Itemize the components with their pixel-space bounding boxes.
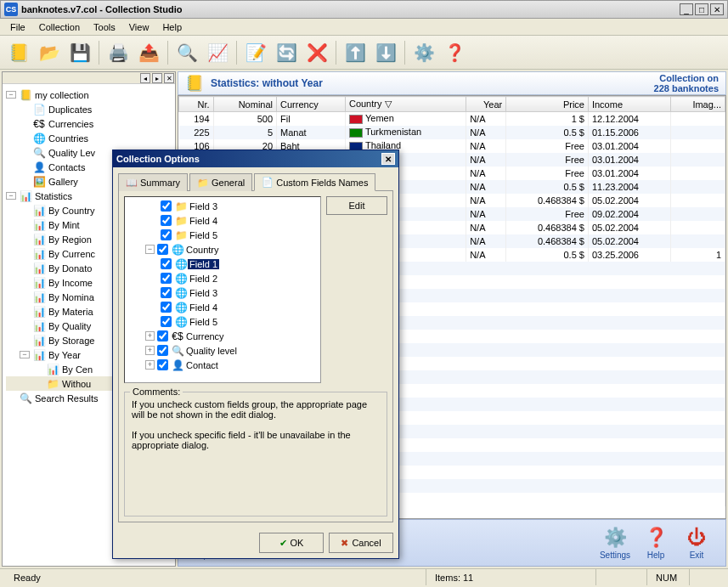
field-checkbox[interactable] [161,302,172,313]
field-checkbox[interactable] [161,215,172,226]
maximize-button[interactable]: □ [695,3,708,15]
folder-icon: 📁 [174,229,188,241]
field-node[interactable]: 📁Field 5 [127,228,319,242]
country-group[interactable]: −🌐Country [127,242,319,257]
folder-icon: 📁 [197,178,209,189]
toolbar-settings-icon[interactable]: ⚙️ [410,39,437,66]
column-header[interactable]: Country ▽ [345,97,466,112]
group-icon: 👤 [171,359,184,371]
column-header[interactable]: Currency [277,97,346,112]
cancel-button[interactable]: ✖Cancel [329,533,393,553]
node-icon: 🌐 [32,132,46,145]
menubar: File Collection Tools View Help [0,19,728,36]
table-row[interactable]: 2255Manat TurkmenistanN/A0.5 $ 01.15.200… [179,126,725,139]
field-checkbox[interactable] [161,316,172,327]
minimize-button[interactable]: _ [680,3,693,15]
field-node[interactable]: 📁Field 4 [127,213,319,228]
gear-icon: ⚙️ [604,527,627,549]
field-node[interactable]: 🌐Field 2 [127,271,319,285]
edit-button[interactable]: Edit [326,196,387,215]
gallery-icon: 🖼️ [32,175,46,189]
group-node[interactable]: +👤Contact [127,358,319,372]
field-node[interactable]: 📁Field 3 [127,199,319,213]
tree-scroll-left-icon[interactable]: ◂ [140,73,150,83]
node-icon: 📄 [32,103,46,116]
globe-icon: 🌐 [174,302,188,313]
chart-icon: 📊 [32,291,46,304]
toolbar-open-icon[interactable]: 📂 [36,39,63,66]
group-checkbox[interactable] [157,330,168,341]
field-checkbox[interactable] [161,258,172,269]
toolbar-save-icon[interactable]: 💾 [66,39,93,66]
status-items: Items: 11 [426,569,595,585]
toolbar: 📒 📂 💾 🖨️ 📤 🔍 📈 📝 🔄 ❌ ⬆️ ⬇️ ⚙️ ❓ [0,36,728,70]
field-checkbox[interactable] [161,200,172,212]
toolbar-up-icon[interactable]: ⬆️ [341,39,369,66]
tab-summary[interactable]: 📖Summary [118,173,188,191]
group-checkbox[interactable] [157,244,168,255]
field-node[interactable]: 🌐Field 3 [127,285,319,300]
stats-icon: 📊 [19,189,32,203]
dialog-title: Collection Options [116,154,381,164]
comment-text-1: If you uncheck custom fields group, the … [132,399,380,420]
column-header[interactable]: Year [466,97,506,112]
group-checkbox[interactable] [157,345,168,356]
tab-custom-fields[interactable]: 📄Custom Fields Names [254,173,375,191]
toolbar-print-icon[interactable]: 🖨️ [104,39,132,66]
group-icon: €$ [171,330,184,342]
field-checkbox[interactable] [161,273,172,284]
settings-button[interactable]: ⚙️Settings [595,527,635,560]
help-button[interactable]: ❓Help [635,527,676,560]
exit-button[interactable]: ⏻Exit [676,527,717,560]
help-icon: ❓ [645,527,668,549]
field-node[interactable]: 🌐Field 5 [127,314,319,329]
collection-count-line2: 228 banknotes [654,83,719,93]
tree-item[interactable]: 📄Duplicates [6,102,172,116]
field-checkbox[interactable] [161,287,172,298]
dialog-close-icon[interactable]: ✕ [381,153,395,165]
toolbar-new-icon[interactable]: 📒 [5,39,32,66]
group-icon: 🔍 [171,345,184,357]
group-node[interactable]: +🔍Quality level [127,343,319,358]
field-node[interactable]: 🌐Field 1 [127,257,319,271]
menu-view[interactable]: View [122,20,156,34]
menu-file[interactable]: File [3,20,32,34]
tree-item[interactable]: 🌐Countries [6,131,172,145]
content-title: Statistics: without Year [211,77,323,89]
fields-tree[interactable]: 📁Field 3📁Field 4📁Field 5−🌐Country🌐Field … [124,196,321,383]
toolbar-chart-icon[interactable]: 📈 [204,39,231,66]
toolbar-delete-icon[interactable]: ❌ [303,39,330,66]
tab-general[interactable]: 📁General [189,173,252,191]
statusbar: Ready Items: 11 NUM [0,568,728,585]
app-icon: CS [4,3,18,16]
column-header[interactable]: Price [506,97,589,112]
column-header[interactable]: Nr. [179,97,214,112]
tree-close-icon[interactable]: ✕ [164,73,174,83]
group-checkbox[interactable] [157,359,168,370]
toolbar-help-icon[interactable]: ❓ [441,39,468,66]
table-row[interactable]: 194500Fil YemenN/A1 $ 12.12.2004 [179,112,725,126]
menu-help[interactable]: Help [155,20,189,34]
toolbar-search-icon[interactable]: 🔍 [173,39,200,66]
globe-icon: 🌐 [174,287,188,299]
group-node[interactable]: +€$Currency [127,329,319,343]
toolbar-down-icon[interactable]: ⬇️ [372,39,399,66]
folder-icon: 📁 [174,215,188,227]
menu-collection[interactable]: Collection [32,20,87,34]
column-header[interactable]: Imag... [670,97,725,112]
toolbar-export-icon[interactable]: 📤 [135,39,162,66]
field-checkbox[interactable] [161,229,172,240]
menu-tools[interactable]: Tools [87,20,122,34]
tree-scroll-right-icon[interactable]: ▸ [152,73,162,83]
toolbar-refresh-icon[interactable]: 🔄 [273,39,300,66]
comments-label: Comments: [130,387,183,397]
column-header[interactable]: Income [588,97,670,112]
field-node[interactable]: 🌐Field 4 [127,300,319,314]
chart-icon: 📊 [32,276,46,290]
ok-button[interactable]: ✔OK [259,533,324,553]
tree-root[interactable]: −📒my collection [6,87,172,102]
close-button[interactable]: ✕ [710,3,724,15]
toolbar-edit-icon[interactable]: 📝 [242,39,269,66]
tree-item[interactable]: €$Currencies [6,116,172,131]
column-header[interactable]: Nominal [213,97,276,112]
